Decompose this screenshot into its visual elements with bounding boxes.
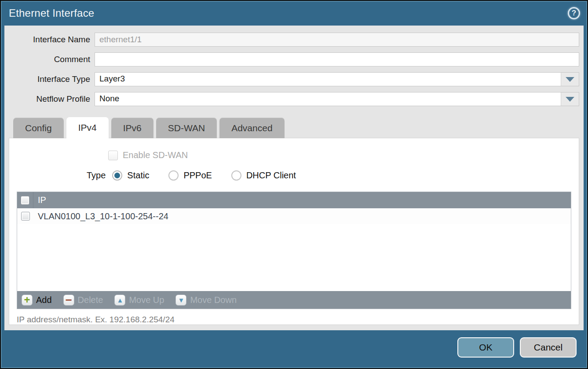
enable-sdwan-checkbox[interactable] [108, 151, 118, 160]
netflow-profile-value: None [95, 92, 561, 106]
move-up-icon: ▲ [114, 295, 125, 306]
tab-ipv4[interactable]: IPv4 [66, 117, 109, 138]
interface-name-field [95, 33, 579, 47]
interface-name-row: Interface Name [9, 33, 579, 47]
add-button-label: Add [36, 295, 52, 305]
tab-ipv6[interactable]: IPv6 [111, 118, 153, 138]
delete-icon: − [63, 295, 74, 306]
chevron-down-icon[interactable] [561, 73, 579, 86]
help-icon[interactable]: ? [568, 7, 580, 19]
tab-config[interactable]: Config [13, 118, 64, 138]
row-checkbox[interactable] [21, 212, 30, 221]
table-row[interactable]: VLAN0100_L3_10-1-100-254--24 [17, 208, 571, 224]
tab-sdwan[interactable]: SD-WAN [156, 118, 217, 138]
ip-table-toolbar: + Add − Delete ▲ Move Up ▼ Move Down [17, 291, 571, 309]
ip-table-header: IP [17, 192, 571, 208]
delete-button[interactable]: − Delete [63, 295, 103, 306]
enable-sdwan-row: Enable SD-WAN [108, 150, 572, 160]
radio-dhcp-client-label: DHCP Client [246, 170, 296, 181]
interface-type-dropdown[interactable]: Layer3 [95, 72, 579, 86]
interface-name-label: Interface Name [9, 35, 95, 44]
netflow-profile-row: Netflow Profile None [9, 92, 579, 106]
radio-dhcp-client-icon[interactable] [231, 170, 241, 181]
tabstrip: Config IPv4 IPv6 SD-WAN Advanced [13, 117, 579, 138]
radio-static-label: Static [127, 170, 149, 181]
ip-table: IP VLAN0100_L3_10-1-100-254--24 + Add [17, 192, 571, 309]
netflow-profile-label: Netflow Profile [9, 94, 95, 104]
ethernet-interface-dialog: Ethernet Interface ? Interface Name Comm… [0, 0, 588, 369]
type-row: Type Static PPPoE DHCP Client [87, 170, 572, 181]
move-up-button-label: Move Up [129, 295, 164, 305]
dialog-content: Interface Name Comment Interface Type La… [4, 26, 584, 330]
interface-type-value: Layer3 [95, 73, 561, 86]
row-checkbox-cell[interactable] [17, 212, 33, 221]
select-all-checkbox[interactable] [21, 196, 29, 205]
netflow-profile-dropdown[interactable]: None [95, 92, 579, 106]
type-label: Type [87, 170, 106, 181]
comment-label: Comment [9, 55, 95, 64]
move-down-icon: ▼ [175, 295, 186, 306]
ipv4-panel: Enable SD-WAN Type Static PPPoE DHCP Cli… [9, 138, 579, 325]
radio-static-icon[interactable] [112, 170, 122, 181]
enable-sdwan-label: Enable SD-WAN [123, 150, 188, 160]
ip-column-header[interactable]: IP [33, 195, 46, 205]
move-down-button[interactable]: ▼ Move Down [175, 295, 237, 306]
dialog-titlebar: Ethernet Interface ? [1, 1, 587, 26]
add-button[interactable]: + Add [22, 295, 52, 306]
radio-pppoe-label: PPPoE [183, 170, 212, 181]
radio-dhcp-client[interactable]: DHCP Client [231, 170, 296, 181]
delete-button-label: Delete [78, 295, 103, 305]
tab-advanced[interactable]: Advanced [219, 118, 284, 138]
ip-hint-text: IP address/netmask. Ex. 192.168.2.254/24 [17, 315, 572, 325]
ok-button[interactable]: OK [457, 337, 514, 358]
dialog-title: Ethernet Interface [9, 7, 94, 19]
add-icon: + [22, 295, 33, 306]
comment-field[interactable] [95, 52, 579, 66]
ip-cell[interactable]: VLAN0100_L3_10-1-100-254--24 [33, 211, 168, 221]
move-up-button[interactable]: ▲ Move Up [114, 295, 164, 306]
radio-static[interactable]: Static [112, 170, 149, 181]
radio-pppoe[interactable]: PPPoE [168, 170, 212, 181]
interface-type-label: Interface Type [9, 74, 95, 84]
chevron-down-icon[interactable] [561, 92, 579, 106]
move-down-button-label: Move Down [190, 295, 237, 305]
interface-type-row: Interface Type Layer3 [9, 72, 579, 86]
select-all-cell[interactable] [17, 192, 33, 208]
dialog-footer: OK Cancel [1, 330, 587, 368]
cancel-button[interactable]: Cancel [520, 337, 577, 358]
radio-pppoe-icon[interactable] [168, 170, 179, 181]
ip-table-body: VLAN0100_L3_10-1-100-254--24 [17, 208, 571, 291]
comment-row: Comment [9, 52, 579, 66]
